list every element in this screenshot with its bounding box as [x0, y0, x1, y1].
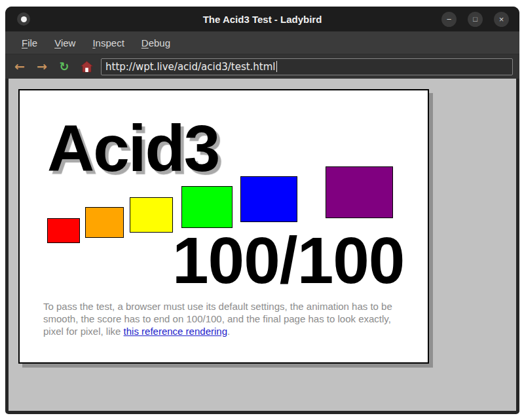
menu-item-file[interactable]: File	[22, 37, 37, 48]
close-icon: ×	[499, 15, 504, 24]
reference-link[interactable]: this reference rendering	[124, 326, 227, 337]
text-caret	[276, 61, 278, 72]
window-controls: − □ ×	[441, 12, 509, 27]
back-button[interactable]: ←	[12, 59, 28, 75]
home-icon	[81, 61, 93, 73]
web-page: Acid3 100/100 To pass the test, a browse…	[18, 89, 429, 364]
description-line3: pixel for pixel, like this reference ren…	[43, 325, 400, 337]
menu-item-inspect[interactable]: Inspect	[92, 37, 124, 48]
menubar: File View Inspect Debug	[5, 31, 519, 54]
browser-window: The Acid3 Test - Ladybird − □ × File Vie…	[5, 7, 519, 414]
color-box-yellow	[130, 197, 173, 233]
maximize-icon: □	[473, 16, 477, 23]
description-line3-prefix: pixel for pixel, like	[43, 326, 124, 337]
app-icon	[17, 12, 30, 26]
url-input[interactable]: http://wpt.live/acid/acid3/test.html	[101, 58, 513, 75]
browser-viewport: Acid3 100/100 To pass the test, a browse…	[9, 79, 516, 411]
close-button[interactable]: ×	[494, 12, 509, 27]
acid3-heading: Acid3	[47, 115, 219, 181]
test-description: To pass the test, a browser must use its…	[43, 300, 400, 337]
color-box-orange	[85, 207, 124, 238]
forward-button[interactable]: →	[34, 59, 50, 75]
description-line3-suffix: .	[227, 326, 230, 337]
color-box-purple	[326, 166, 393, 218]
back-icon: ←	[14, 60, 25, 73]
home-button[interactable]	[79, 59, 94, 75]
color-box-red	[47, 218, 80, 243]
menu-item-debug[interactable]: Debug	[141, 37, 170, 48]
refresh-button[interactable]: ↻	[56, 59, 72, 75]
description-line1: To pass the test, a browser must use its…	[43, 300, 400, 313]
titlebar: The Acid3 Test - Ladybird − □ ×	[5, 7, 519, 31]
menu-item-view[interactable]: View	[54, 37, 75, 48]
refresh-icon: ↻	[59, 61, 69, 73]
minimize-button[interactable]: −	[441, 12, 457, 27]
color-box-blue	[240, 176, 297, 222]
color-box-green	[181, 186, 233, 228]
score-text: 100/100	[172, 227, 404, 293]
url-text: http://wpt.live/acid/acid3/test.html	[105, 61, 276, 73]
toolbar: ← → ↻ http://wpt.live/acid/acid3/test.ht…	[5, 54, 519, 79]
maximize-button[interactable]: □	[468, 12, 483, 27]
app-icon-dot	[21, 16, 27, 22]
minimize-icon: −	[447, 15, 452, 24]
forward-icon: →	[37, 60, 47, 73]
description-line2: smooth, the score has to end on 100/100,…	[43, 313, 400, 325]
